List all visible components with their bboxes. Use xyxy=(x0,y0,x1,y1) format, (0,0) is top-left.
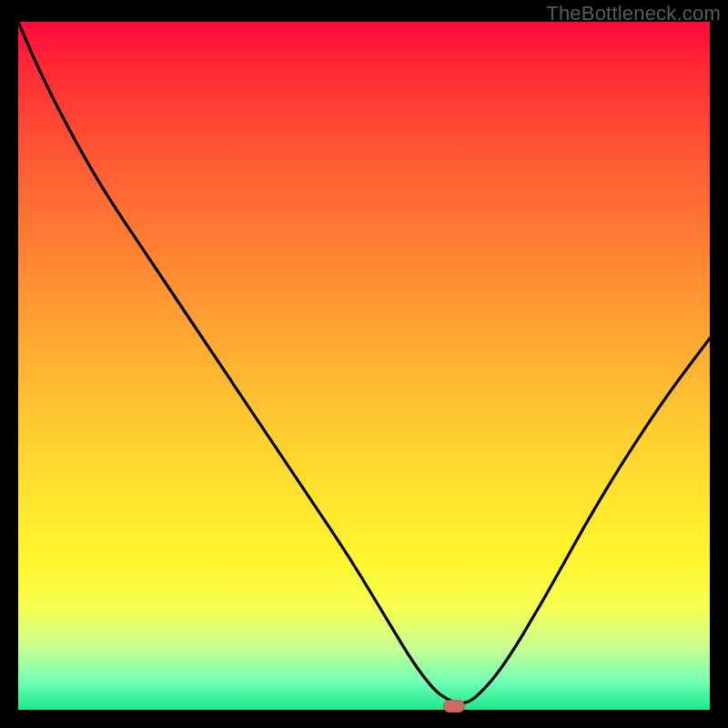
optimal-point-marker xyxy=(443,700,465,713)
chart-frame: TheBottleneck.com xyxy=(0,0,728,728)
plot-area xyxy=(18,22,710,710)
bottleneck-curve xyxy=(18,22,710,710)
watermark-text: TheBottleneck.com xyxy=(546,2,721,25)
